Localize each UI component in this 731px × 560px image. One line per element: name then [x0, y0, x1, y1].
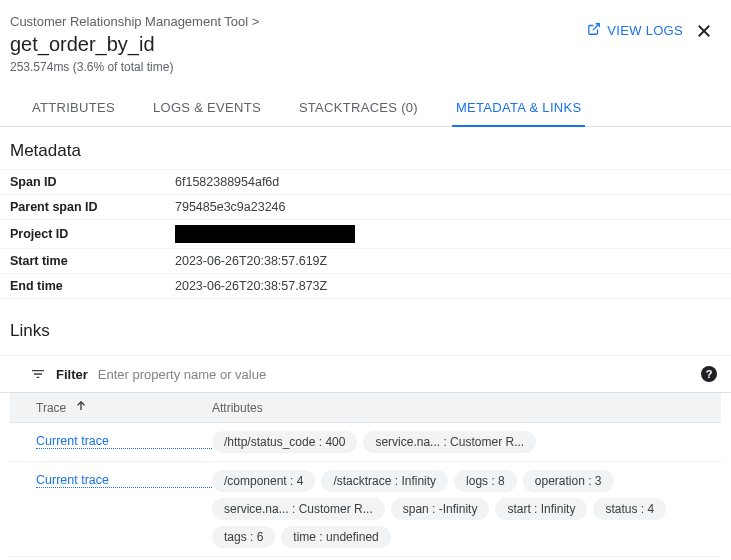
- attribute-chip[interactable]: start : Infinity: [495, 498, 587, 520]
- links-row: Current trace /http/status_code : 400 se…: [10, 423, 721, 462]
- metadata-table: Span ID 6f1582388954af6d Parent span ID …: [0, 169, 731, 299]
- attribute-chips: /component : 4 /stacktrace : Infinity lo…: [212, 470, 711, 548]
- metadata-value: 2023-06-26T20:38:57.873Z: [175, 279, 327, 293]
- filter-icon: [30, 366, 46, 382]
- filter-input[interactable]: [98, 367, 691, 382]
- metadata-row-parent-span-id: Parent span ID 795485e3c9a23246: [0, 194, 731, 219]
- links-table-header: Trace Attributes: [10, 393, 721, 423]
- metadata-key: Parent span ID: [10, 200, 175, 214]
- tab-attributes[interactable]: ATTRIBUTES: [28, 92, 119, 126]
- attribute-chip[interactable]: tags : 6: [212, 526, 275, 548]
- metadata-value: 795485e3c9a23246: [175, 200, 286, 214]
- links-filter-bar: Filter ?: [0, 355, 731, 393]
- metadata-value: 2023-06-26T20:38:57.619Z: [175, 254, 327, 268]
- metadata-key: End time: [10, 279, 175, 293]
- attribute-chips: /http/status_code : 400 service.na... : …: [212, 431, 711, 453]
- metadata-heading: Metadata: [0, 127, 731, 169]
- attribute-chip[interactable]: /stacktrace : Infinity: [321, 470, 448, 492]
- attribute-chip[interactable]: span : -Infinity: [391, 498, 490, 520]
- attribute-chip[interactable]: time : undefined: [281, 526, 390, 548]
- filter-label: Filter: [56, 367, 88, 382]
- span-timing: 253.574ms (3.6% of total time): [10, 60, 713, 74]
- svg-line-0: [593, 24, 599, 30]
- column-trace[interactable]: Trace: [36, 399, 212, 416]
- links-heading: Links: [0, 299, 731, 349]
- metadata-row-span-id: Span ID 6f1582388954af6d: [0, 169, 731, 194]
- metadata-row-start-time: Start time 2023-06-26T20:38:57.619Z: [0, 248, 731, 273]
- tab-metadata-links[interactable]: METADATA & LINKS: [452, 92, 585, 127]
- attribute-chip[interactable]: logs : 8: [454, 470, 517, 492]
- attribute-chip[interactable]: operation : 3: [523, 470, 614, 492]
- help-icon[interactable]: ?: [701, 366, 717, 382]
- attribute-chip[interactable]: service.na... : Customer R...: [363, 431, 536, 453]
- metadata-key: Start time: [10, 254, 175, 268]
- close-button[interactable]: [691, 18, 717, 44]
- sort-ascending-icon: [74, 399, 88, 416]
- close-icon: [695, 22, 713, 40]
- links-row: Current trace /component : 4 /stacktrace…: [10, 462, 721, 557]
- trace-link[interactable]: Current trace: [36, 470, 212, 488]
- view-logs-button[interactable]: VIEW LOGS: [587, 22, 683, 39]
- view-logs-label: VIEW LOGS: [607, 23, 683, 38]
- metadata-key: Project ID: [10, 227, 175, 241]
- column-trace-label: Trace: [36, 401, 66, 415]
- attribute-chip[interactable]: service.na... : Customer R...: [212, 498, 385, 520]
- metadata-value-redacted: [175, 225, 355, 243]
- tab-logs-events[interactable]: LOGS & EVENTS: [149, 92, 265, 126]
- metadata-key: Span ID: [10, 175, 175, 189]
- tab-stacktraces[interactable]: STACKTRACES (0): [295, 92, 422, 126]
- column-attributes[interactable]: Attributes: [212, 401, 711, 415]
- attribute-chip[interactable]: status : 4: [593, 498, 666, 520]
- trace-link[interactable]: Current trace: [36, 431, 212, 449]
- metadata-row-project-id: Project ID: [0, 219, 731, 248]
- attribute-chip[interactable]: /http/status_code : 400: [212, 431, 357, 453]
- attribute-chip[interactable]: /component : 4: [212, 470, 315, 492]
- metadata-value: 6f1582388954af6d: [175, 175, 279, 189]
- open-external-icon: [587, 22, 601, 39]
- metadata-row-end-time: End time 2023-06-26T20:38:57.873Z: [0, 273, 731, 299]
- tab-bar: ATTRIBUTES LOGS & EVENTS STACKTRACES (0)…: [0, 82, 731, 127]
